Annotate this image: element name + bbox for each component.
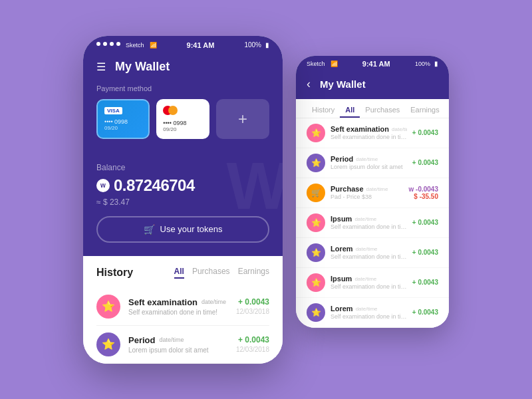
sec-icon-7: ⭐ bbox=[307, 303, 325, 322]
sec-amount-4: + 0.0043 bbox=[412, 219, 438, 226]
payment-cards: VISA •••• 0998 09/20 •••• 0998 09/20 bbox=[96, 99, 269, 139]
secondary-tab-history[interactable]: History bbox=[307, 103, 340, 118]
mc-date: 09/20 bbox=[163, 126, 203, 132]
visa-brand: VISA bbox=[104, 107, 122, 114]
visa-number: •••• 0998 bbox=[104, 118, 142, 125]
wallet-title: My Wallet bbox=[115, 60, 170, 74]
sec-right-1: + 0.0043 bbox=[412, 129, 438, 136]
history-info-1: Seft examination date/time Self examinat… bbox=[128, 297, 228, 316]
history-info-2: Period date/time Lorem ipsum dolor sit a… bbox=[128, 335, 228, 354]
sec-name-7: Lorem date/time bbox=[331, 305, 407, 313]
sec-icon-6: ⭐ bbox=[307, 273, 325, 292]
tab-purchases[interactable]: Purchases bbox=[192, 267, 230, 279]
balance-usd: ≈ $ 23.47 bbox=[96, 198, 269, 207]
history-amount-1: + 0.0043 bbox=[236, 297, 269, 307]
sec-desc-6: Self examination done in time! bbox=[331, 283, 407, 290]
sec-info-3: Purchase date/time Pad - Price $38 bbox=[331, 185, 404, 200]
payment-section: Payment method VISA •••• 0998 09/20 bbox=[83, 84, 283, 152]
payment-label: Payment method bbox=[96, 84, 269, 92]
network-label: Sketch bbox=[126, 42, 144, 49]
phones-container: Sketch 📶 9:41 AM 100% ▮ ☰ My Wallet Paym… bbox=[83, 36, 449, 364]
sec-info-4: Ipsum date/time Self examination done in… bbox=[331, 215, 407, 230]
sec-amount-usd: $ -35.50 bbox=[409, 193, 438, 200]
sec-info-7: Lorem date/time Self examination done in… bbox=[331, 305, 407, 320]
sec-right-3: w -0.0043 $ -35.50 bbox=[409, 186, 438, 200]
signal-dots: Sketch 📶 bbox=[96, 42, 157, 49]
secondary-history: ⭐ Seft examination date/time Self examin… bbox=[296, 118, 449, 328]
sec-item-2: ⭐ Period date/time Lorem ipsum dolor sit… bbox=[296, 148, 449, 178]
sec-amount-6: + 0.0043 bbox=[412, 279, 438, 286]
history-header: History All Purchases Earnings bbox=[96, 267, 269, 279]
history-item: ⭐ Seft examination date/time Self examin… bbox=[96, 288, 269, 326]
secondary-wifi-icon: 📶 bbox=[331, 61, 338, 67]
sec-icon-1: ⭐ bbox=[307, 124, 325, 142]
balance-label: Balance bbox=[96, 163, 269, 172]
status-time: 9:41 AM bbox=[187, 41, 215, 49]
add-card-button[interactable]: + bbox=[216, 99, 269, 139]
sec-right-2: + 0.0043 bbox=[412, 159, 438, 166]
sec-info-2: Period date/time Lorem ipsum dolor sit a… bbox=[331, 155, 407, 170]
sec-right-5: + 0.0043 bbox=[412, 249, 438, 256]
history-tabs: All Purchases Earnings bbox=[174, 267, 269, 279]
phone-header: ☰ My Wallet bbox=[83, 53, 283, 84]
secondary-network: Sketch bbox=[307, 61, 325, 67]
sec-desc-1: Self examination done in time! bbox=[331, 134, 407, 140]
secondary-tab-earnings[interactable]: Earnings bbox=[405, 103, 444, 118]
history-right-1: + 0.0043 12/03/2018 bbox=[236, 297, 269, 315]
sec-amount-5: + 0.0043 bbox=[412, 249, 438, 256]
history-name-2: Period date/time bbox=[128, 335, 228, 345]
battery-icon: 100% bbox=[244, 41, 261, 49]
secondary-time: 9:41 AM bbox=[362, 60, 390, 68]
sec-icon-3: 🛒 bbox=[307, 184, 325, 202]
sec-right-4: + 0.0043 bbox=[412, 219, 438, 226]
history-desc-2: Lorem ipsum dolor sit amet bbox=[128, 346, 228, 354]
sec-item-1: ⭐ Seft examination date/time Self examin… bbox=[296, 118, 449, 148]
sec-name-5: Lorem date/time bbox=[331, 245, 407, 253]
history-icon-1: ⭐ bbox=[96, 295, 120, 319]
sec-desc-7: Self examination done in time! bbox=[331, 313, 407, 320]
sec-amount-1: + 0.0043 bbox=[412, 129, 438, 136]
main-phone: Sketch 📶 9:41 AM 100% ▮ ☰ My Wallet Paym… bbox=[83, 36, 283, 364]
sec-item-6: ⭐ Ipsum date/time Self examination done … bbox=[296, 268, 449, 298]
basket-icon: 🛒 bbox=[144, 224, 155, 235]
add-icon: + bbox=[238, 111, 247, 127]
sec-item-4: ⭐ Ipsum date/time Self examination done … bbox=[296, 208, 449, 238]
sec-desc-3: Pad - Price $38 bbox=[331, 194, 404, 200]
sec-name-2: Period date/time bbox=[331, 155, 407, 163]
history-name-1: Seft examination date/time bbox=[128, 297, 228, 307]
secondary-signal: Sketch 📶 bbox=[307, 61, 338, 67]
secondary-tabs-row: History All Purchases Earnings bbox=[296, 99, 449, 118]
mc-brand bbox=[163, 106, 203, 115]
sec-amount-neg-w: w -0.0043 bbox=[409, 186, 438, 193]
mc-number: •••• 0998 bbox=[163, 120, 203, 126]
secondary-wallet-title: My Wallet bbox=[320, 78, 366, 90]
balance-amount-row: w 0.87246704 bbox=[96, 176, 269, 195]
sec-right-7: + 0.0043 bbox=[412, 309, 438, 316]
w-coin-icon: w bbox=[96, 179, 110, 192]
secondary-tab-purchases[interactable]: Purchases bbox=[360, 103, 405, 118]
tab-earnings[interactable]: Earnings bbox=[238, 267, 269, 279]
secondary-battery-pct: 100% bbox=[415, 61, 430, 67]
sec-icon-2: ⭐ bbox=[307, 154, 325, 172]
use-tokens-button[interactable]: 🛒 Use your tokens bbox=[96, 216, 269, 243]
secondary-tab-all[interactable]: All bbox=[340, 103, 360, 118]
visa-card[interactable]: VISA •••• 0998 09/20 bbox=[96, 99, 150, 139]
history-amount-2: + 0.0043 bbox=[236, 335, 269, 344]
sec-info-5: Lorem date/time Self examination done in… bbox=[331, 245, 407, 260]
use-tokens-label: Use your tokens bbox=[160, 224, 223, 234]
sec-amount-2: + 0.0043 bbox=[412, 159, 438, 166]
sec-desc-5: Self examination done in time! bbox=[331, 253, 407, 260]
menu-icon[interactable]: ☰ bbox=[96, 61, 106, 73]
sec-item-7: ⭐ Lorem date/time Self examination done … bbox=[296, 298, 449, 328]
sec-name-1: Seft examination date/time bbox=[331, 125, 407, 133]
sec-desc-4: Self examination done in time! bbox=[331, 223, 407, 230]
tab-all[interactable]: All bbox=[174, 267, 184, 279]
mastercard-card[interactable]: •••• 0998 09/20 bbox=[156, 99, 209, 139]
visa-date: 09/20 bbox=[104, 125, 142, 131]
history-title: History bbox=[96, 267, 174, 279]
secondary-battery-icon: ▮ bbox=[434, 60, 438, 67]
history-tag-1: date/time bbox=[201, 299, 226, 305]
back-icon[interactable]: ‹ bbox=[307, 77, 311, 91]
status-bar: Sketch 📶 9:41 AM 100% ▮ bbox=[83, 36, 283, 53]
sec-item-3: 🛒 Purchase date/time Pad - Price $38 w -… bbox=[296, 178, 449, 208]
